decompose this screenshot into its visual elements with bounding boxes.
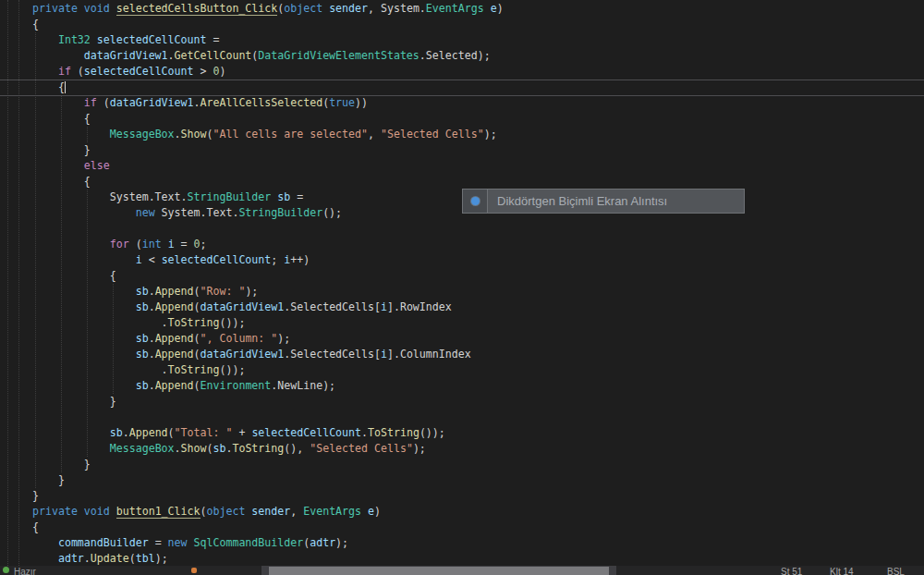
- code-line[interactable]: new System.Text.StringBuilder();: [32, 205, 504, 221]
- code-token: .: [149, 379, 155, 392]
- code-line[interactable]: }: [32, 142, 504, 158]
- scrollbar-thumb[interactable]: [269, 567, 609, 575]
- code-line[interactable]: if (selectedCellCount > 0): [32, 64, 504, 80]
- code-token: adtr: [310, 536, 335, 549]
- code-line[interactable]: dataGridView1.GetCellCount(DataGridViewE…: [32, 48, 504, 64]
- code-token: dataGridView1: [201, 348, 285, 361]
- code-line[interactable]: MessageBox.Show(sb.ToString(), "Selected…: [32, 441, 504, 457]
- code-token: ();: [322, 206, 342, 219]
- code-token: =: [175, 238, 194, 251]
- code-token: [32, 300, 136, 313]
- code-token: 0: [194, 238, 201, 251]
- code-line[interactable]: for (int i = 0;: [32, 237, 504, 252]
- code-token: );: [245, 285, 258, 298]
- code-token: Append: [155, 332, 194, 345]
- code-line[interactable]: sb.Append(dataGridView1.SelectedCells[i]…: [32, 347, 504, 362]
- code-editor[interactable]: private void selectedCellsButton_Click(o…: [0, 0, 924, 566]
- code-line[interactable]: sb.Append("Total: " + selectedCellCount.…: [32, 425, 504, 441]
- code-line[interactable]: if (dataGridView1.AreAllCellsSelected(tr…: [32, 95, 504, 111]
- indent-guide: [18, 0, 19, 566]
- code-token: EventArgs: [426, 2, 484, 15]
- code-line[interactable]: .ToString());: [32, 315, 504, 331]
- code-token: i: [168, 238, 175, 251]
- code-line[interactable]: commandBuilder = new SqlCommandBuilder(a…: [32, 535, 504, 551]
- code-line[interactable]: {: [32, 520, 504, 535]
- code-line[interactable]: MessageBox.Show("All cells are selected"…: [32, 127, 504, 142]
- code-token: ());: [219, 316, 245, 329]
- code-token: .: [194, 96, 201, 109]
- status-column-number: Klt 14: [830, 567, 854, 575]
- code-line[interactable]: }: [32, 457, 504, 472]
- code-line[interactable]: .ToString());: [32, 362, 504, 378]
- code-line[interactable]: Int32 selectedCellCount =: [32, 32, 504, 48]
- code-line[interactable]: }: [32, 394, 504, 410]
- code-token: new: [168, 536, 194, 549]
- code-line[interactable]: sb.Append(Environment.NewLine);: [32, 378, 504, 394]
- code-token: .: [32, 363, 168, 376]
- code-line[interactable]: i < selectedCellCount; i++): [32, 252, 504, 268]
- code-token: selectedCellCount: [97, 33, 207, 46]
- code-token: SqlCommandBuilder: [194, 536, 304, 549]
- code-token: [91, 33, 97, 46]
- code-line[interactable]: [32, 221, 504, 237]
- code-token: object: [206, 505, 251, 518]
- code-text[interactable]: private void selectedCellsButton_Click(o…: [32, 1, 504, 566]
- code-line[interactable]: sb.Append("Row: ");: [32, 284, 504, 300]
- code-token: <: [142, 253, 162, 266]
- code-line[interactable]: {: [32, 268, 504, 284]
- code-line[interactable]: }: [32, 488, 504, 504]
- code-line[interactable]: private void selectedCellsButton_Click(o…: [32, 1, 504, 17]
- code-token: [32, 206, 136, 219]
- code-line[interactable]: private void button1_Click(object sender…: [32, 504, 504, 520]
- code-token: =: [290, 190, 303, 203]
- code-token: (: [168, 426, 175, 439]
- code-line[interactable]: {: [32, 111, 504, 127]
- code-token: (: [194, 285, 201, 298]
- code-token: }: [32, 143, 91, 156]
- code-token: commandBuilder: [58, 536, 149, 549]
- code-line[interactable]: sb.Append(dataGridView1.SelectedCells[i]…: [32, 300, 504, 315]
- code-token: [162, 238, 168, 251]
- code-token: sender: [251, 505, 290, 518]
- status-circle-icon: [3, 567, 9, 573]
- code-token: {: [32, 112, 91, 125]
- code-line[interactable]: {: [32, 174, 504, 190]
- code-token: }: [32, 395, 116, 408]
- code-line[interactable]: {: [32, 17, 504, 32]
- code-token: [32, 128, 110, 141]
- code-token: (: [97, 96, 110, 109]
- code-token: button1_Click: [116, 505, 201, 519]
- code-line[interactable]: {: [32, 80, 504, 95]
- code-token: =: [206, 33, 219, 46]
- code-token: [32, 442, 110, 455]
- code-token: i: [381, 348, 387, 361]
- code-token: Append: [155, 379, 194, 392]
- code-token: "Selected Cells": [310, 442, 413, 455]
- code-line[interactable]: [32, 410, 504, 425]
- code-token: .Selected);: [419, 49, 491, 62]
- code-line[interactable]: sb.Append(", Column: ");: [32, 331, 504, 347]
- code-token: [32, 159, 84, 172]
- notification-icon[interactable]: [191, 568, 197, 573]
- code-token: for: [110, 238, 129, 251]
- code-token: ,: [368, 128, 381, 141]
- horizontal-scrollbar[interactable]: [261, 566, 616, 575]
- code-token: true: [329, 96, 355, 109]
- code-token: (: [129, 238, 142, 251]
- code-token: dataGridView1: [201, 300, 285, 313]
- code-token: object: [284, 2, 329, 15]
- code-token: ToString: [168, 316, 220, 329]
- code-token: .: [168, 49, 175, 62]
- code-line[interactable]: else: [32, 158, 504, 174]
- code-token: int: [142, 238, 162, 251]
- code-line[interactable]: }: [32, 472, 504, 488]
- code-line[interactable]: adtr.Update(tbl);: [32, 551, 504, 566]
- code-token: {: [32, 269, 116, 282]
- code-token: .SelectedCells[: [284, 300, 381, 313]
- code-token: [32, 253, 136, 266]
- code-token: (: [194, 300, 201, 313]
- code-token: .: [149, 332, 155, 345]
- code-token: Update: [91, 552, 129, 565]
- code-line[interactable]: System.Text.StringBuilder sb =: [32, 190, 504, 205]
- code-token: EventArgs: [303, 505, 361, 518]
